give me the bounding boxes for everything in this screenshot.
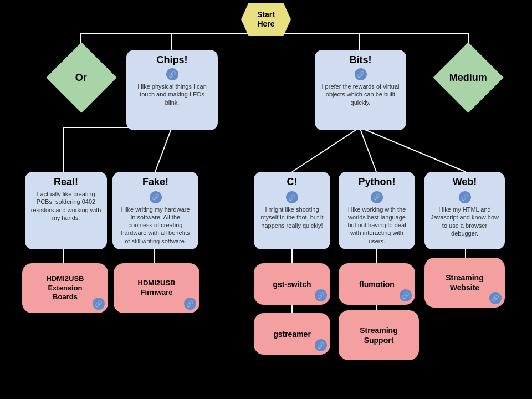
chips-desc: I like physical things I can touch and m… [132,83,212,106]
medium-diamond: Medium [433,42,503,112]
chips-title: Chips! [157,54,188,66]
bits-desc: I prefer the rewards of virtual objects … [320,83,401,106]
flowchart: Start Here Or Medium Chips! 🔗 I like phy… [0,0,532,399]
hdmi2usb-ext-label: HDMI2USB Extension Boards [47,274,84,303]
web-desc: I like my HTML and Javascript and know h… [430,206,499,237]
flumotion-pill[interactable]: flumotion 🔗 [339,263,415,305]
web-title: Web! [453,176,477,188]
bits-card[interactable]: Bits! 🔗 I prefer the rewards of virtual … [315,50,406,130]
hdmi2usb-fw-label: HDMI2USB Firmware [138,279,176,298]
c-desc: I might like shooting myself in the foot… [259,206,325,229]
python-card[interactable]: Python! 🔗 I like working with the worlds… [339,172,415,249]
svg-line-13 [360,127,466,172]
streaming-website-label: Streaming Website [446,273,483,293]
python-title: Python! [359,176,396,188]
flumotion-label: flumotion [359,280,395,289]
real-desc: I actually like creating PCBs, soldering… [30,190,101,222]
gst-switch-pill[interactable]: gst-switch 🔗 [254,263,330,305]
c-card[interactable]: C! 🔗 I might like shooting myself in the… [254,172,330,249]
fake-title: Fake! [142,176,168,188]
hdmi2usb-fw-pill[interactable]: HDMI2USB Firmware 🔗 [114,263,200,313]
gstreamer-pill[interactable]: gstreamer 🔗 [254,313,330,355]
python-desc: I like working with the worlds best lang… [344,206,410,245]
chips-card[interactable]: Chips! 🔗 I like physical things I can to… [126,50,218,130]
or-label: Or [75,71,87,83]
real-title: Real! [54,176,78,188]
gst-switch-label: gst-switch [273,280,311,289]
bits-title: Bits! [350,54,372,66]
gstreamer-label: gstreamer [273,330,311,339]
web-card[interactable]: Web! 🔗 I like my HTML and Javascript and… [424,172,505,249]
svg-line-11 [292,127,360,172]
or-diamond: Or [46,42,116,112]
hdmi2usb-ext-pill[interactable]: HDMI2USB Extension Boards 🔗 [22,263,108,313]
streaming-support-pill[interactable]: Streaming Support [339,310,419,360]
c-title: C! [287,176,298,188]
streaming-website-pill[interactable]: Streaming Website 🔗 [424,258,505,308]
start-node: Start Here [241,3,291,36]
start-label: Start Here [257,10,275,29]
medium-label: Medium [449,71,487,83]
fake-card[interactable]: Fake! 🔗 I like writing my hardware in so… [112,172,198,249]
fake-desc: I like writing my hardware in software. … [118,206,193,245]
real-card[interactable]: Real! I actually like creating PCBs, sol… [25,172,107,249]
streaming-support-label: Streaming Support [360,325,397,345]
svg-line-12 [360,127,376,172]
svg-line-10 [155,127,172,172]
